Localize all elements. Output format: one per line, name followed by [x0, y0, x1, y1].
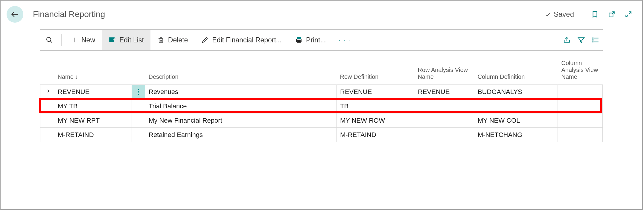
svg-line-4 — [626, 15, 628, 17]
cell-description[interactable]: Revenues — [145, 85, 337, 99]
svg-point-22 — [593, 38, 593, 38]
cell-column-definition[interactable] — [474, 99, 558, 113]
cell-description[interactable]: My New Financial Report — [145, 113, 337, 128]
cell-row-analysis[interactable] — [414, 99, 474, 113]
row-menu-button[interactable] — [132, 85, 145, 99]
print-button[interactable]: Print... — [288, 30, 332, 50]
delete-label: Delete — [168, 36, 188, 44]
search-icon — [46, 36, 53, 44]
cell-name[interactable]: M-RETAIND — [54, 128, 132, 142]
popout-button[interactable] — [605, 8, 618, 21]
row-menu-button[interactable] — [132, 113, 145, 128]
col-description[interactable]: Description — [145, 57, 337, 85]
cell-column-definition[interactable]: BUDGANALYS — [474, 85, 558, 99]
col-name[interactable]: Name↓ — [54, 57, 132, 85]
cell-row-analysis[interactable]: REVENUE — [414, 85, 474, 99]
expand-button[interactable] — [622, 8, 635, 21]
cell-row-analysis[interactable] — [414, 128, 474, 142]
cell-column-definition[interactable]: M-NETCHANG — [474, 128, 558, 142]
printer-icon — [295, 36, 302, 44]
svg-point-5 — [47, 37, 51, 41]
cell-row-definition[interactable]: REVENUE — [337, 85, 414, 99]
edit-list-button[interactable]: Edit List — [102, 30, 150, 50]
col-select — [40, 57, 54, 85]
cell-name[interactable]: MY TB — [54, 99, 132, 113]
cell-name[interactable]: MY NEW RPT — [54, 113, 132, 128]
cell-column-definition[interactable]: MY NEW COL — [474, 113, 558, 128]
table-row[interactable]: M-RETAINDRetained EarningsM-RETAINDM-NET… — [40, 128, 603, 142]
saved-label: Saved — [554, 10, 574, 19]
vertical-dots-icon — [136, 89, 141, 95]
more-actions-button[interactable]: · · · — [332, 36, 357, 44]
cell-row-analysis[interactable] — [414, 113, 474, 128]
col-row-analysis[interactable]: Row Analysis View Name — [414, 57, 474, 85]
arrow-right-icon — [44, 88, 50, 94]
expand-icon — [625, 10, 632, 18]
print-label: Print... — [306, 36, 326, 44]
col-menu — [132, 57, 145, 85]
app-window: Financial Reporting Saved — [0, 0, 643, 210]
table-row[interactable]: MY TBTrial BalanceTB — [40, 99, 603, 113]
row-menu-button[interactable] — [132, 99, 145, 113]
cell-column-analysis[interactable] — [558, 113, 603, 128]
col-column-definition[interactable]: Column Definition — [474, 57, 558, 85]
row-selector[interactable] — [40, 85, 54, 99]
row-menu-button[interactable] — [132, 128, 145, 142]
new-label: New — [81, 36, 95, 44]
svg-line-3 — [629, 12, 631, 14]
edit-list-label: Edit List — [119, 36, 144, 44]
svg-point-24 — [593, 41, 593, 42]
cell-description[interactable]: Trial Balance — [145, 99, 337, 113]
edit-list-icon — [109, 36, 116, 44]
cell-row-definition[interactable]: TB — [337, 99, 414, 113]
list-icon — [592, 36, 599, 44]
check-icon — [545, 11, 551, 18]
header-row: Name↓ Description Row Definition Row Ana… — [40, 57, 603, 85]
share-button[interactable] — [560, 30, 574, 50]
svg-marker-18 — [578, 38, 584, 42]
delete-button[interactable]: Delete — [150, 30, 194, 50]
back-button[interactable] — [7, 6, 23, 23]
popout-icon — [608, 10, 616, 18]
edit-report-button[interactable]: Edit Financial Report... — [194, 30, 288, 50]
row-selector[interactable] — [40, 113, 54, 128]
reports-table: Name↓ Description Row Definition Row Ana… — [40, 57, 603, 142]
col-row-definition[interactable]: Row Definition — [337, 57, 414, 85]
grid: Name↓ Description Row Definition Row Ana… — [40, 57, 603, 142]
pencil-icon — [201, 36, 208, 44]
cell-row-definition[interactable]: M-RETAIND — [337, 128, 414, 142]
share-icon — [563, 36, 571, 44]
svg-rect-10 — [159, 38, 163, 43]
bookmark-button[interactable] — [588, 8, 602, 21]
toolbar-divider — [61, 34, 62, 46]
table-row[interactable]: MY NEW RPTMy New Financial ReportMY NEW … — [40, 113, 603, 128]
cell-name[interactable]: REVENUE — [54, 85, 132, 99]
table-row[interactable]: REVENUERevenuesREVENUEREVENUEBUDGANALYS — [40, 85, 603, 99]
saved-status: Saved — [545, 10, 574, 19]
trash-icon — [157, 36, 165, 44]
cell-description[interactable]: Retained Earnings — [145, 128, 337, 142]
sort-arrow-icon: ↓ — [75, 73, 78, 80]
new-button[interactable]: New — [64, 30, 102, 50]
search-button[interactable] — [40, 30, 60, 50]
cell-row-definition[interactable]: MY NEW ROW — [337, 113, 414, 128]
filter-button[interactable] — [574, 30, 588, 50]
cell-column-analysis[interactable] — [558, 99, 603, 113]
svg-line-6 — [50, 41, 52, 43]
list-view-button[interactable] — [588, 30, 603, 50]
row-selector[interactable] — [40, 128, 54, 142]
plus-icon — [71, 36, 78, 44]
svg-point-23 — [593, 40, 593, 40]
page-header: Financial Reporting Saved — [1, 1, 642, 29]
cell-column-analysis[interactable] — [558, 85, 603, 99]
col-column-analysis[interactable]: Column Analysis View Name — [558, 57, 603, 85]
toolbar: New Edit List Delete Edit Financial Repo… — [40, 29, 603, 51]
row-selector[interactable] — [40, 99, 54, 113]
back-arrow-icon — [11, 10, 19, 19]
cell-column-analysis[interactable] — [558, 128, 603, 142]
bookmark-icon — [591, 10, 599, 18]
edit-report-label: Edit Financial Report... — [212, 36, 282, 44]
page-title: Financial Reporting — [33, 10, 545, 19]
filter-icon — [577, 36, 585, 44]
